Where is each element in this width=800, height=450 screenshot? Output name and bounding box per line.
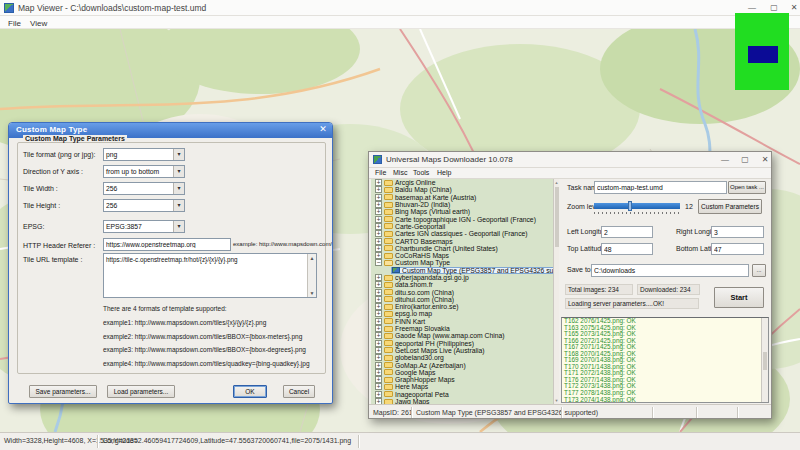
expand-icon[interactable]: + <box>375 347 382 354</box>
tile-height-combo[interactable]: 256▾ <box>103 199 185 212</box>
tree-item[interactable]: +Here Maps <box>371 383 553 390</box>
bottom-latitude-input[interactable] <box>711 243 764 255</box>
expand-icon[interactable]: + <box>375 289 382 296</box>
expand-icon[interactable]: + <box>375 194 382 201</box>
tree-item[interactable]: +Arcgis Online <box>371 179 553 186</box>
expand-icon[interactable]: + <box>375 208 382 215</box>
tree-item[interactable]: +Bing Maps (Virtual earth) <box>371 208 553 215</box>
menu-help[interactable]: Help <box>437 169 451 176</box>
tree-item[interactable]: +basemap.at Karte (Austria) <box>371 194 553 201</box>
tree-item[interactable]: +CARTO Basemaps <box>371 237 553 244</box>
task-name-input[interactable] <box>594 181 727 194</box>
tree-item[interactable]: +Chartbundle Chart (United States) <box>371 245 553 252</box>
save-parameters-button[interactable]: Save parameters... <box>29 385 97 398</box>
tree-item[interactable]: +CoCoRaHS Maps <box>371 252 553 259</box>
tree-item[interactable]: +Cartes IGN classiques - Geoportail (Fra… <box>371 230 553 237</box>
tree-item[interactable]: +Freemap Slovakia <box>371 325 553 332</box>
expand-icon[interactable]: + <box>375 340 382 347</box>
collapse-icon[interactable]: − <box>375 259 382 266</box>
custom-parameters-button[interactable]: Custom Parameters <box>698 199 762 214</box>
textarea-scrollbar[interactable]: ▲ ▼ <box>307 254 316 297</box>
chevron-down-icon[interactable]: ▾ <box>173 183 184 194</box>
expand-icon[interactable]: + <box>375 281 382 288</box>
tree-item[interactable]: +Google Maps <box>371 369 553 376</box>
scrollbar-thumb[interactable] <box>555 187 559 247</box>
minimize-icon[interactable]: — <box>717 153 733 166</box>
expand-icon[interactable]: + <box>375 296 382 303</box>
chevron-down-icon[interactable]: ▾ <box>173 166 184 177</box>
menu-file[interactable]: File <box>5 18 24 29</box>
start-button[interactable]: Start <box>714 287 764 308</box>
scroll-down-icon[interactable]: ▼ <box>554 398 559 403</box>
tree-item[interactable]: −Custom Map Type <box>371 259 553 266</box>
y-axis-direction-combo[interactable]: from up to bottom▾ <box>103 165 185 178</box>
ok-button[interactable]: OK <box>233 385 267 398</box>
selected-tree-item[interactable]: Custom Map Type (EPSG3857 and EPSG4326 s… <box>391 267 553 274</box>
expand-icon[interactable]: + <box>375 391 382 398</box>
tree-item[interactable]: +Baidu Map (China) <box>371 186 553 193</box>
epsg-combo[interactable]: EPSG:3857▾ <box>103 220 185 233</box>
expand-icon[interactable]: + <box>375 310 382 317</box>
open-task-button[interactable]: Open task ... <box>728 181 766 194</box>
tree-item[interactable]: Custom Map Type (EPSG3857 and EPSG4326 s… <box>371 267 553 274</box>
browse-button[interactable]: ... <box>752 264 766 277</box>
scroll-up-icon[interactable]: ▲ <box>554 180 559 185</box>
close-icon[interactable]: ✕ <box>757 153 772 166</box>
maps-tree[interactable]: +Arcgis Online+Baidu Map (China)+basemap… <box>371 179 553 404</box>
expand-icon[interactable]: + <box>375 179 382 186</box>
close-icon[interactable]: ✕ <box>317 124 329 134</box>
expand-icon[interactable]: + <box>375 369 382 376</box>
tree-item[interactable]: +cyberjapandata.gsi.go.jp <box>371 274 553 281</box>
scroll-up-icon[interactable]: ▲ <box>308 254 316 262</box>
expand-icon[interactable]: + <box>375 186 382 193</box>
expand-icon[interactable]: + <box>375 362 382 369</box>
tile-format-combo[interactable]: png▾ <box>103 148 185 161</box>
tree-item[interactable]: +GoMap.Az (Azerbaijan) <box>371 361 553 368</box>
save-to-input[interactable] <box>591 264 749 277</box>
chevron-down-icon[interactable]: ▾ <box>173 200 184 211</box>
tree-item[interactable]: +GraphHopper Maps <box>371 376 553 383</box>
load-parameters-button[interactable]: Load parameters... <box>107 385 175 398</box>
left-longitude-input[interactable] <box>601 226 653 238</box>
expand-icon[interactable]: + <box>375 354 382 361</box>
tree-item[interactable]: +geoportal PH (Philippines) <box>371 340 553 347</box>
tree-item[interactable]: +Carte-Geoportail <box>371 223 553 230</box>
tree-item[interactable]: +FINN Kart <box>371 318 553 325</box>
tree-item[interactable]: +Gaode Map (www.amap.com China) <box>371 332 553 339</box>
tree-item[interactable]: +GetLost Maps Live (Australia) <box>371 347 553 354</box>
tree-item[interactable]: +epsg.io map <box>371 310 553 317</box>
menu-file[interactable]: File <box>375 169 386 176</box>
tree-item[interactable]: +Eniro(kartor.eniro.se) <box>371 303 553 310</box>
template-textarea[interactable]: https://tile-c.openstreetmap.fr/hot/{z}/… <box>103 253 317 298</box>
tree-item[interactable]: +Bhuvan-2D (India) <box>371 201 553 208</box>
referer-input[interactable] <box>103 238 231 251</box>
expand-icon[interactable]: + <box>375 252 382 259</box>
right-longitude-input[interactable] <box>711 226 764 238</box>
tile-width-combo[interactable]: 256▾ <box>103 182 185 195</box>
tree-scrollbar[interactable]: ▲ ▼ <box>553 179 559 404</box>
chevron-down-icon[interactable]: ▾ <box>173 221 184 232</box>
expand-icon[interactable]: + <box>375 332 382 339</box>
slider-thumb[interactable] <box>628 201 632 211</box>
expand-icon[interactable]: + <box>375 318 382 325</box>
scrollbar-thumb[interactable] <box>763 352 767 370</box>
expand-icon[interactable]: + <box>375 303 382 310</box>
menu-view[interactable]: View <box>27 18 50 29</box>
chevron-down-icon[interactable]: ▾ <box>173 149 184 160</box>
expand-icon[interactable]: + <box>375 238 382 245</box>
expand-icon[interactable]: + <box>375 325 382 332</box>
cancel-button[interactable]: Cancel <box>283 385 315 398</box>
menu-misc[interactable]: Misc <box>393 169 407 176</box>
scroll-down-icon[interactable]: ▼ <box>308 289 316 297</box>
tree-item[interactable]: +ditu.so.com (China) <box>371 288 553 295</box>
expand-icon[interactable]: + <box>375 216 382 223</box>
zoom-slider[interactable] <box>594 202 680 210</box>
tree-item[interactable]: +data.shom.fr <box>371 281 553 288</box>
expand-icon[interactable]: + <box>375 223 382 230</box>
expand-icon[interactable]: + <box>375 383 382 390</box>
menu-tools[interactable]: Tools <box>413 169 429 176</box>
log-scrollbar[interactable] <box>761 318 768 402</box>
expand-icon[interactable]: + <box>375 274 382 281</box>
tree-item[interactable]: +Carte topographique IGN - Geoportail (F… <box>371 215 553 222</box>
expand-icon[interactable]: + <box>375 245 382 252</box>
